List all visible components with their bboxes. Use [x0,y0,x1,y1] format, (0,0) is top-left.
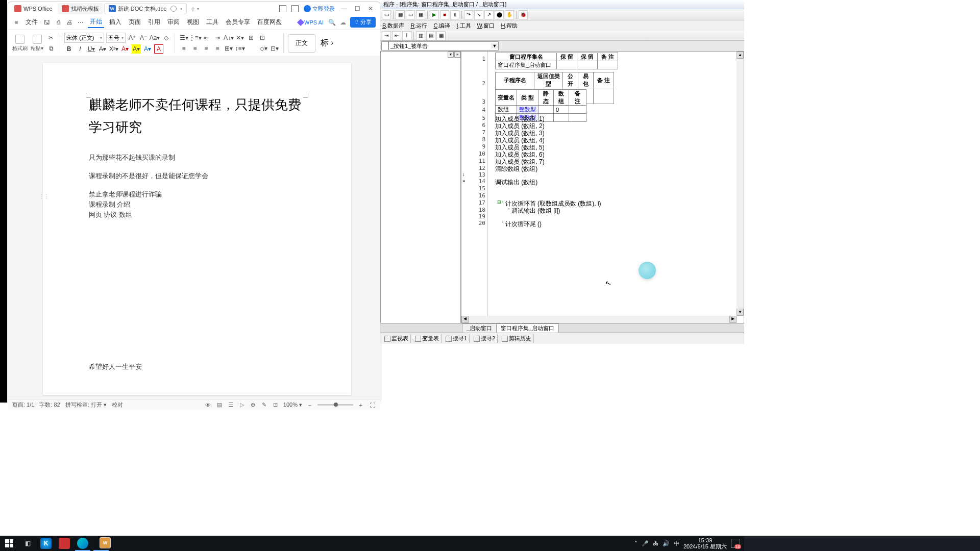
ide-hscrollbar[interactable]: ◀▶ [461,316,737,323]
tray-notification-button[interactable]: 10 [731,539,740,548]
cut-button[interactable]: ✂ [46,33,56,42]
align-justify-button[interactable]: ≡ [213,44,222,53]
menu-win[interactable]: W.窗口 [477,22,495,30]
text-effect-button[interactable]: ✕▾ [235,33,244,42]
font-select[interactable]: 宋体 (正文)▾ [64,33,104,43]
menu-baidu[interactable]: 百度网盘 [255,17,284,28]
ide-bug-icon[interactable]: 🐞 [519,10,528,19]
td[interactable] [554,114,569,122]
ide-step-out-icon[interactable]: ↗ [484,10,494,19]
ide-tab-form[interactable]: _启动窗口 [462,323,497,333]
menu-view[interactable]: 视图 [185,17,201,28]
breakpoint-icon[interactable]: » [462,178,465,184]
menu-tool[interactable]: I.工具 [456,22,471,30]
doc-paragraph[interactable]: 只为那些花不起钱买课的录制 [89,153,305,162]
task-app-wps[interactable]: W [92,536,110,551]
focus-icon[interactable]: ⊡ [272,402,279,409]
ide-pause-button[interactable]: ॥ [450,10,459,19]
login-button[interactable]: 立即登录 [304,5,335,13]
ide-step-over-icon[interactable]: ↷ [464,10,473,19]
doc-title[interactable]: 麒麟老师不卖任何课程，只提供免费学习研究 [89,94,305,139]
menu-run[interactable]: R.运行 [410,22,427,30]
copy-button[interactable]: ⧉ [46,44,56,53]
ide-outdent-icon[interactable]: ⇤ [392,31,401,40]
file-menu[interactable]: 文件 [23,17,40,28]
td[interactable] [569,114,586,122]
highlight-button[interactable]: A▾ [132,44,141,54]
wps-canvas[interactable]: 麒麟老师不卖任何课程，只提供免费学习研究 只为那些花不起钱买课的录制 课程录制的… [8,57,380,399]
tab-list-button[interactable]: ▾ [197,7,199,11]
task-app-k[interactable]: K [37,536,55,551]
td[interactable] [538,106,554,114]
grow-font-button[interactable]: A⁺ [128,33,137,42]
menu-page[interactable]: 页面 [127,17,143,28]
status-spell[interactable]: 拼写检查: 打开 ▾ [65,401,107,409]
code-line[interactable]: ' 调试输出 (数组 [i]) [508,207,560,215]
doc-paragraph[interactable]: 课程录制的不是很好，但是能保证您学会 [89,171,305,181]
size-select[interactable]: 五号▾ [106,33,126,43]
ide-watch-tab[interactable]: 监视表 [382,334,411,343]
font-color2-button[interactable]: A▾ [143,44,152,54]
scroll-left-icon[interactable]: ◀ [461,316,469,323]
ide-proc-select[interactable]: _按钮1_被单击 ▼ [388,41,499,51]
tree-close-icon[interactable]: × [454,52,460,58]
eye-icon[interactable]: 👁 [205,402,212,409]
ide-stop-button[interactable]: ■ [440,10,449,19]
status-page[interactable]: 页面: 1/1 [12,401,34,409]
scroll-up-icon[interactable]: ▲ [737,52,744,59]
doc-paragraph[interactable]: 课程录制 介绍 [89,200,305,209]
menu-start[interactable]: 开始 [88,16,104,28]
close-button[interactable]: ✕ [366,5,375,12]
decrease-indent-button[interactable]: ⇤ [202,33,211,42]
ide-module-table[interactable]: 窗口程序集名保 留保 留备 注 窗口程序集_启动窗口 [495,53,618,69]
scroll-right-icon[interactable]: ▶ [729,316,737,323]
ide-code-editor[interactable]: 1234567891011121314151617181920»↓ 窗口程序集名… [461,51,744,323]
ide-code-area[interactable]: 窗口程序集名保 留保 留备 注 窗口程序集_启动窗口 子程序名返回值类型公开易包… [488,52,737,316]
new-tab-button[interactable]: + [191,5,195,13]
ide-step-into-icon[interactable]: ↘ [474,10,483,19]
status-words[interactable]: 字数: 82 [39,401,60,409]
format-brush-button[interactable]: 格式刷 [12,35,28,52]
ide-new-icon[interactable]: ▭ [382,10,391,19]
font-border-button[interactable]: A [154,44,163,54]
zoom-thumb[interactable] [334,403,338,407]
menu-tool[interactable]: 工具 [204,17,220,28]
floating-assist-bubble[interactable] [639,262,656,279]
align-right-button[interactable]: ≡ [202,44,211,53]
menu-compile[interactable]: C.编译 [433,22,450,30]
ide-project-tree[interactable]: ▾ × [380,51,461,323]
td[interactable] [577,61,598,69]
enclose-button[interactable]: ⊡ [258,33,267,42]
task-app-edge[interactable] [74,536,92,551]
print-preview-icon[interactable]: ⎙ [54,18,62,27]
search-icon[interactable]: 🔍 [328,18,336,27]
scroll-down-icon[interactable]: ▼ [737,309,744,316]
ide-vars-tab[interactable]: 变量表 [413,334,442,343]
line-spacing-button[interactable]: ↕≡▾ [235,44,244,53]
ide-layout2-icon[interactable]: ▤ [426,31,435,40]
ide-indent-icon[interactable]: ⇥ [382,31,391,40]
cloud-sync-icon[interactable]: ☁ [340,19,346,26]
share-button[interactable]: ⇧分享 [350,17,376,28]
ide-layout3-icon[interactable]: ▦ [436,31,446,40]
save-icon[interactable]: 🖫 [43,18,51,27]
shading-button[interactable]: ◇▾ [259,44,268,53]
wps-find-tab[interactable]: 找稻壳模板 [58,3,103,14]
zoom-out-button[interactable]: − [306,402,313,409]
fold-icon[interactable]: ⊟ [497,199,502,204]
taskview-button[interactable]: ◧ [18,536,37,551]
fullscreen-icon[interactable]: ⛶ [369,402,376,409]
style-normal[interactable]: 正文 [288,34,315,53]
task-app-pdf[interactable] [55,536,74,551]
change-case-button[interactable]: Aa▾ [150,33,159,42]
menu-db[interactable]: B.数据库 [382,22,404,30]
code-line[interactable]: 清除数组 (数组) [495,165,537,173]
ide-clip-tab[interactable]: 剪辑历史 [500,334,534,343]
ide-tab-module[interactable]: 窗口程序集_启动窗口 [496,323,559,333]
tab-pin-icon[interactable] [170,6,177,12]
pinyin-button[interactable]: ⊞ [247,33,256,42]
page-layout-icon[interactable]: ▤ [216,402,223,409]
superscript-button[interactable]: X²▾ [109,44,118,54]
doc-paragraph[interactable]: 禁止拿老师课程进行诈骗 [89,190,305,199]
tray-ime[interactable]: 中 [674,540,679,547]
